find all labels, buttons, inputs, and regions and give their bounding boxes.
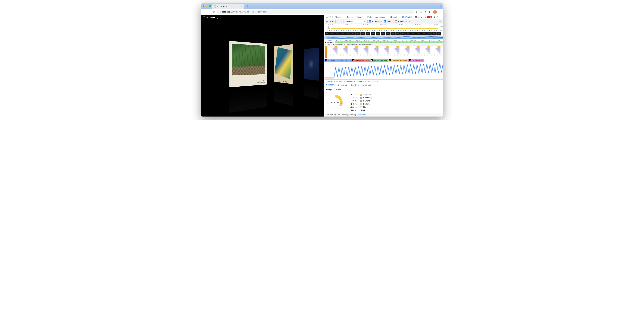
tab-memory[interactable]: Memory [414, 15, 424, 19]
tabs-overflow-icon[interactable]: ⌄ [440, 5, 442, 7]
legend-js-heap[interactable]: JS Heap[10.5 MB – 12.7 MB] [324, 59, 352, 62]
filmstrip-frame[interactable] [411, 32, 416, 36]
side-panel-icon[interactable]: ◧ [429, 10, 431, 13]
memory-chart[interactable] [324, 62, 443, 80]
tab-performance[interactable]: Performance [399, 15, 413, 19]
filmstrip-frame[interactable] [421, 32, 426, 36]
devtools-menu-icon[interactable]: ⋮ [436, 16, 439, 18]
filmstrip-frame[interactable] [350, 32, 355, 36]
filmstrip-frame[interactable] [376, 32, 380, 36]
close-tab-icon[interactable]: × [241, 5, 242, 8]
category-row: 4060 msIdle [349, 106, 373, 109]
tab-sources[interactable]: Sources [356, 15, 366, 19]
subtab-event-log[interactable]: Event Log [360, 83, 373, 87]
minimize-window-icon[interactable] [206, 5, 208, 7]
legend-listeners[interactable]: Listeners[142 – 142] [388, 59, 408, 62]
filmstrip-frame[interactable] [381, 32, 386, 36]
filmstrip-frame[interactable] [370, 32, 375, 36]
filmstrip-frame[interactable] [330, 32, 335, 36]
new-tab-button[interactable]: + [246, 5, 248, 8]
filmstrip-frame[interactable] [426, 32, 431, 36]
cpu-overview-chart [328, 26, 438, 29]
filmstrip-frame[interactable] [436, 32, 441, 36]
back-icon[interactable]: ← [202, 11, 206, 13]
album-cover-2[interactable]: OR & 9 THEORY [274, 44, 293, 84]
devtools-settings-icon[interactable]: ⚙ [433, 16, 436, 18]
tab-console[interactable]: Console [345, 15, 355, 19]
subtab-summary[interactable]: Summary [324, 83, 336, 87]
filmstrip-frame[interactable] [366, 32, 370, 36]
stat-nodes: Nodes: 304 [357, 81, 366, 83]
record-button[interactable] [326, 21, 328, 23]
device-mode-icon[interactable] [328, 16, 331, 18]
save-profile-icon[interactable]: ⬇ [340, 21, 342, 23]
subtab-call-tree[interactable]: Call Tree [349, 83, 360, 87]
titlebar: Cover Flow × + ⌄ [201, 3, 443, 9]
load-profile-icon[interactable]: ⬆ [337, 21, 339, 23]
page-toolbar: Show Debug [201, 15, 324, 20]
heap-overview-strip[interactable]: HEAP 10.5 MB – 12.7 MB [324, 36, 443, 39]
main-flame-chart[interactable] [324, 46, 443, 59]
profile-avatar[interactable] [433, 10, 437, 14]
extensions-icon[interactable]: ✦ [424, 11, 426, 13]
filmstrip-frame[interactable] [386, 32, 390, 36]
target-select[interactable]: localhost #1 [345, 20, 366, 23]
filmstrip-frame[interactable] [401, 32, 406, 36]
main-track-header[interactable]: ▼Main — http://localhost:3000/demo/view-… [324, 44, 443, 46]
error-badge[interactable]: 22 [427, 16, 432, 18]
heap-label: HEAP [439, 36, 442, 37]
frames-track[interactable]: ▶Framesns [324, 42, 443, 44]
chrome-menu-icon[interactable]: ⋮ [439, 10, 442, 13]
tab-title: Cover Flow [218, 6, 228, 8]
net-label: NET [440, 30, 442, 31]
maximize-window-icon[interactable] [209, 5, 211, 7]
tab-elements[interactable]: Elements [334, 15, 345, 19]
screenshots-checkbox[interactable]: Screenshots [369, 21, 382, 23]
memory-checkbox[interactable]: Memory [384, 21, 394, 23]
webvitals-checkbox[interactable]: Web Vitals [395, 21, 407, 23]
filmstrip-frame[interactable] [396, 32, 401, 36]
reload-record-icon[interactable]: ⟳ [329, 21, 331, 23]
clear-icon[interactable]: ⊘ [332, 21, 334, 23]
filmstrip-frame[interactable] [391, 32, 396, 36]
tab-performance-insights[interactable]: Performance insights▲ [366, 15, 388, 19]
devtools-close-icon[interactable]: × [439, 16, 442, 18]
tab-network[interactable]: Network [389, 15, 399, 19]
filmstrip-frame[interactable] [345, 32, 350, 36]
filmstrip-frame[interactable] [360, 32, 365, 36]
filmstrip-frame[interactable] [406, 32, 411, 36]
filmstrip-frame[interactable] [335, 32, 340, 36]
legend-gpu-memory[interactable]: GPU Memory [408, 59, 424, 62]
filmstrip-frame[interactable] [431, 32, 436, 36]
filmstrip-frame[interactable] [340, 32, 345, 36]
filmstrip-frame[interactable] [356, 32, 360, 36]
more-tabs-icon[interactable]: » [424, 16, 427, 18]
forward-icon[interactable]: → [207, 11, 210, 13]
content-split: Show Debug OR & 9 THEORY Volume One DAB … [201, 15, 443, 117]
subtab-bottom-up[interactable]: Bottom-Up [336, 83, 349, 87]
bookmark-icon[interactable]: ☆ [420, 10, 422, 13]
filmstrip-frame[interactable] [325, 32, 330, 36]
devtools-footer: Total blocking time: 0.00ms (estimated) … [324, 113, 443, 117]
screenshot-filmstrip[interactable] [324, 31, 443, 36]
learn-more-link[interactable]: Learn more [357, 114, 366, 116]
perf-settings-icon[interactable]: ⚙ [438, 21, 442, 23]
timeline-overview[interactable]: 1000 ms2000 ms3000 ms4000 ms5000 ms6000 … [324, 24, 443, 31]
filmstrip-frame[interactable] [416, 32, 421, 36]
reload-icon[interactable]: ⟳ [212, 11, 215, 13]
gc-icon[interactable]: 🗑 [408, 21, 410, 23]
legend-documents[interactable]: Documents[5 – 5] [352, 59, 370, 62]
coverflow-stage[interactable]: OR & 9 THEORY Volume One DAB RECORDS [204, 24, 321, 104]
close-window-icon[interactable] [202, 5, 204, 7]
inspect-element-icon[interactable] [325, 16, 328, 18]
site-info-icon[interactable]: i [219, 11, 221, 13]
legend-nodes[interactable]: Nodes[304 – 304] [370, 59, 388, 62]
show-debug-checkbox[interactable] [203, 16, 205, 18]
album-cover-3[interactable] [304, 48, 319, 81]
summary-donut-chart: 6220 ms [326, 94, 344, 111]
album-cover-1[interactable]: Volume One DAB RECORDS [230, 41, 267, 87]
browser-tab[interactable]: Cover Flow × [212, 4, 244, 9]
share-icon[interactable]: ⇪ [416, 10, 418, 13]
address-field[interactable]: i localhost:3000/demo/view-timeline-css/… [217, 10, 414, 14]
blocking-time-text: Total blocking time: 0.00ms (estimated) [326, 114, 356, 116]
